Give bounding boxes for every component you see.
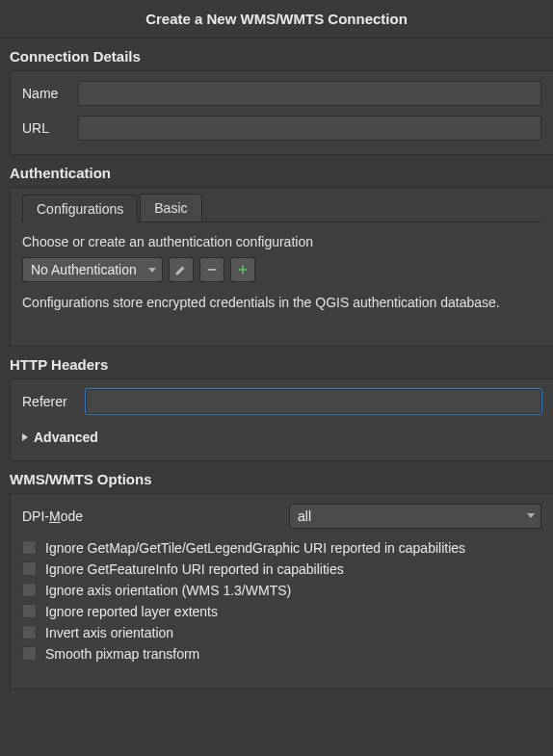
connection-details-group: Name URL <box>10 70 553 155</box>
auth-tab-strip: Configurations Basic <box>22 194 541 222</box>
referer-label: Referer <box>22 394 76 409</box>
advanced-label: Advanced <box>34 430 98 445</box>
check-ignore-getmap[interactable] <box>22 540 37 555</box>
triangle-right-icon <box>22 433 28 441</box>
url-field[interactable] <box>78 116 541 141</box>
add-auth-button[interactable] <box>230 257 255 282</box>
auth-tab-body: Choose or create an authentication confi… <box>22 222 541 313</box>
check-ignore-getfeatureinfo[interactable] <box>22 561 37 576</box>
advanced-disclosure[interactable]: Advanced <box>22 424 541 451</box>
dpi-mode-combo[interactable]: all <box>289 504 541 529</box>
svg-rect-0 <box>208 269 217 271</box>
auth-choose-label: Choose or create an authentication confi… <box>22 234 541 249</box>
tab-basic[interactable]: Basic <box>140 194 201 222</box>
options-header: WMS/WMTS Options <box>0 461 553 493</box>
options-group: DPI-Mode all Ignore GetMap/GetTile/GetLe… <box>10 493 553 690</box>
name-label: Name <box>22 86 68 101</box>
check-invert-axis-label[interactable]: Invert axis orientation <box>45 625 173 640</box>
http-headers-group: Referer Advanced <box>10 378 553 461</box>
dialog-title: Create a New WMS/WMTS Connection <box>0 0 553 39</box>
authentication-group: Configurations Basic Choose or create an… <box>10 187 553 347</box>
dpi-mode-combo-value: all <box>298 508 311 524</box>
url-label: URL <box>22 120 68 136</box>
chevron-down-icon <box>527 513 535 518</box>
connection-details-header: Connection Details <box>0 39 553 70</box>
minus-icon <box>205 263 219 276</box>
auth-config-combo[interactable]: No Authentication <box>22 257 163 282</box>
chevron-down-icon <box>148 268 156 273</box>
check-ignore-axis-orientation-label[interactable]: Ignore axis orientation (WMS 1.3/WMTS) <box>45 583 291 598</box>
http-headers-header: HTTP Headers <box>0 347 553 378</box>
edit-auth-button[interactable] <box>169 257 194 282</box>
check-ignore-layer-extents-label[interactable]: Ignore reported layer extents <box>45 604 218 619</box>
check-ignore-layer-extents[interactable] <box>22 604 37 618</box>
name-field[interactable] <box>78 81 541 106</box>
auth-hint: Configurations store encrypted credentia… <box>22 294 541 313</box>
pencil-icon <box>174 263 188 276</box>
check-ignore-getfeatureinfo-label[interactable]: Ignore GetFeatureInfo URI reported in ca… <box>45 561 344 577</box>
dpi-mode-label: DPI-Mode <box>22 508 83 524</box>
tab-configurations[interactable]: Configurations <box>22 195 138 222</box>
auth-config-combo-value: No Authentication <box>31 262 137 277</box>
remove-auth-button[interactable] <box>199 257 224 282</box>
svg-rect-2 <box>239 269 248 271</box>
check-ignore-getmap-label[interactable]: Ignore GetMap/GetTile/GetLegendGraphic U… <box>45 540 465 556</box>
check-smooth-pixmap-label[interactable]: Smooth pixmap transform <box>45 646 199 662</box>
check-smooth-pixmap[interactable] <box>22 646 37 661</box>
plus-icon <box>236 263 250 276</box>
dialog-title-text: Create a New WMS/WMTS Connection <box>145 11 408 27</box>
check-invert-axis[interactable] <box>22 625 37 639</box>
check-ignore-axis-orientation[interactable] <box>22 583 37 597</box>
authentication-header: Authentication <box>0 155 553 187</box>
referer-field[interactable] <box>86 389 541 414</box>
